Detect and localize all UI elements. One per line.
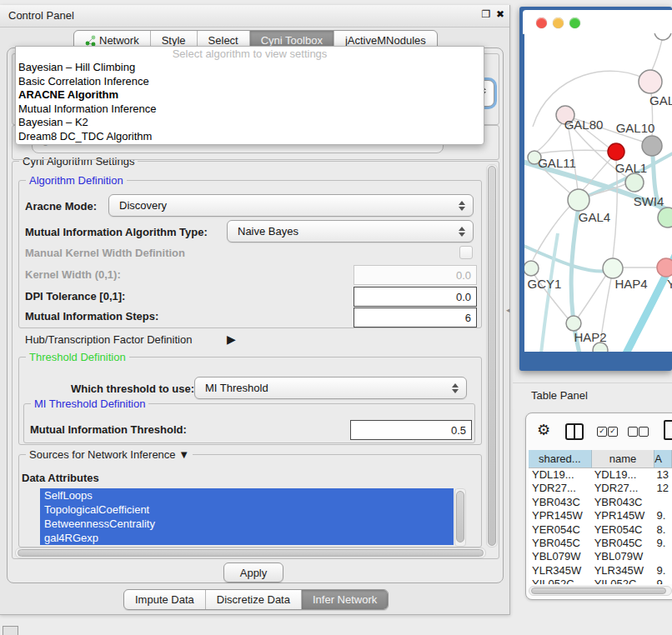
dpi-tolerance-input[interactable]: 0.0 [354, 287, 477, 307]
table-hscrollbar[interactable] [529, 586, 672, 596]
table-row[interactable]: YBR043CYBR043C [529, 496, 672, 509]
table-row[interactable]: YDR27...YDR27...12 [529, 482, 672, 495]
node-gal10-gray[interactable] [642, 136, 662, 156]
algorithm-option[interactable]: ARACNE Algorithm [16, 88, 484, 102]
table-cell: YDR27... [591, 482, 654, 495]
algorithm-option[interactable]: Dream8 DC_TDC Algorithm [16, 130, 484, 144]
node-partial-top[interactable] [654, 33, 671, 40]
table-cell: 9. [653, 564, 672, 578]
tab-label: jActiveMNodules [345, 34, 426, 47]
collapse-arrow-icon[interactable]: ▼ [178, 448, 189, 461]
node-gal-pink[interactable] [639, 70, 662, 93]
columns-icon[interactable] [565, 423, 584, 440]
table-cell [653, 496, 672, 509]
column-header-name[interactable]: name [592, 450, 655, 468]
unchecked-box-icon[interactable] [628, 427, 638, 437]
settings-vscrollbar[interactable] [486, 164, 498, 548]
attribute-item[interactable]: BetweennessCentrality [40, 517, 454, 531]
mac-minimize-button[interactable] [553, 18, 564, 28]
table-row[interactable]: YPR145WYPR145W9. [529, 509, 672, 522]
tab-impute-data[interactable]: Impute Data [124, 590, 205, 609]
table-row[interactable]: YER054CYER054C8. [529, 523, 672, 537]
node-hap4[interactable] [603, 258, 623, 278]
manual-kernel-label: Manual Kernel Width Definition [25, 247, 185, 259]
checked-box-icon[interactable]: ✓ [597, 427, 607, 437]
which-threshold-select[interactable]: MI Threshold [194, 377, 467, 399]
table-header: shared...nameA [529, 450, 672, 468]
tab-label: Cyni Toolbox [261, 34, 323, 47]
tab-discretize-data[interactable]: Discretize Data [205, 590, 301, 609]
data-attributes-label: Data Attributes [22, 472, 99, 484]
table-cell: YDL19... [529, 468, 591, 482]
column-header-shared...[interactable]: shared... [529, 450, 592, 468]
settings-hscrollbar[interactable] [15, 548, 486, 558]
dpi-tolerance-label: DPI Tolerance [0,1]: [25, 290, 125, 302]
attribute-item[interactable]: SelfLoops [40, 488, 454, 502]
table-cell: YBL079W [591, 550, 654, 563]
dropdown-prompt: Select algorithm to view settings [16, 47, 484, 61]
table-row[interactable]: YIL052CYIL052C9 [529, 578, 672, 584]
tab-infer-network[interactable]: Infer Network [301, 590, 388, 609]
algorithm-option[interactable]: Basic Correlation Inference [16, 75, 484, 89]
table-cell: YBR043C [591, 496, 654, 509]
manual-kernel-checkbox[interactable] [459, 246, 473, 259]
data-attributes-list[interactable]: SelfLoopsTopologicalCoefficientBetweenne… [40, 488, 454, 545]
mi-steps-input[interactable]: 6 [354, 308, 477, 328]
attributes-vscrollbar[interactable] [454, 488, 466, 547]
network-canvas[interactable]: GALGAL80GAL10GAL11GAL1SWI4GAL4GCY1HAP4YH… [524, 33, 672, 352]
algorithm-option[interactable]: Mutual Information Inference [16, 102, 484, 117]
node-salmon[interactable] [657, 258, 672, 277]
table-cell: 8. [653, 523, 672, 537]
apply-button[interactable]: Apply [223, 562, 283, 582]
network-view-window[interactable]: GALGAL80GAL10GAL11GAL1SWI4GAL4GCY1HAP4YH… [519, 7, 672, 371]
table-row[interactable]: YBR045CYBR045C9. [529, 537, 672, 550]
table-cell: YBL079W [529, 550, 591, 563]
node-gal1[interactable] [625, 173, 644, 192]
tab-label: Impute Data [135, 593, 194, 606]
attribute-item[interactable]: gal4RGexp [40, 531, 454, 545]
mi-threshold-label: Mutual Information Threshold: [30, 423, 187, 436]
node-gal10-red[interactable] [608, 143, 624, 160]
table-cell: YPR145W [591, 509, 654, 522]
gear-icon[interactable]: ⚙ [537, 421, 550, 439]
table-cell: YPR145W [529, 509, 591, 522]
table-cell: 9. [653, 509, 672, 522]
algorithm-option[interactable]: Bayesian – Hill Climbing [16, 61, 484, 75]
node-swi4[interactable] [658, 208, 672, 228]
float-window-icon[interactable]: ❐ [479, 8, 493, 22]
table-row[interactable]: YBL079WYBL079W [529, 550, 672, 563]
tab-label: Discretize Data [217, 593, 290, 606]
attribute-item[interactable]: TopologicalCoefficient [40, 502, 454, 517]
table-cell [653, 550, 672, 563]
checked-box-icon[interactable]: ✓ [608, 427, 618, 437]
table-panel-title: Table Panel [531, 389, 588, 402]
threshold-definition-title: Threshold Definition [26, 351, 129, 363]
node-label-swi4: SWI4 [634, 194, 664, 208]
sheet-icon[interactable] [664, 420, 672, 440]
node-hap2[interactable] [566, 316, 581, 331]
splitpane-collapse-icon[interactable]: ◂ [506, 306, 510, 314]
mac-zoom-button[interactable] [569, 18, 580, 28]
mi-threshold-input[interactable]: 0.5 [350, 420, 472, 440]
table-row[interactable]: YDL19...YDL19...13 [529, 468, 672, 482]
table-cell: YBR045C [529, 537, 591, 550]
node-gcy1[interactable] [524, 261, 539, 276]
hub-definition-label: Hub/Transcription Factor Definition [25, 333, 192, 346]
collapsed-panel-button[interactable] [3, 626, 18, 635]
mi-algorithm-type-select[interactable]: Naive Bayes [227, 220, 474, 242]
table-cell: 9. [653, 537, 672, 550]
tab-label: Network [99, 34, 139, 47]
algorithm-dropdown-popup: Select algorithm to view settings Bayesi… [15, 46, 484, 145]
unchecked-box-icon[interactable] [639, 427, 649, 437]
mac-close-button[interactable] [536, 18, 547, 28]
column-header-A[interactable]: A [654, 450, 672, 468]
aracne-mode-select[interactable]: Discovery [108, 194, 474, 217]
table-panel-bar: Table Panel [513, 382, 672, 408]
table-cell: YIL052C [591, 578, 654, 584]
algorithm-option[interactable]: Bayesian – K2 [16, 116, 484, 130]
node-gal4[interactable] [568, 189, 589, 211]
expand-arrow-icon[interactable]: ▶ [227, 332, 236, 346]
close-window-icon[interactable]: ✖ [494, 8, 507, 22]
table-row[interactable]: YLR345WYLR345W9. [529, 564, 672, 578]
node-label-gal: GAL [649, 93, 672, 108]
